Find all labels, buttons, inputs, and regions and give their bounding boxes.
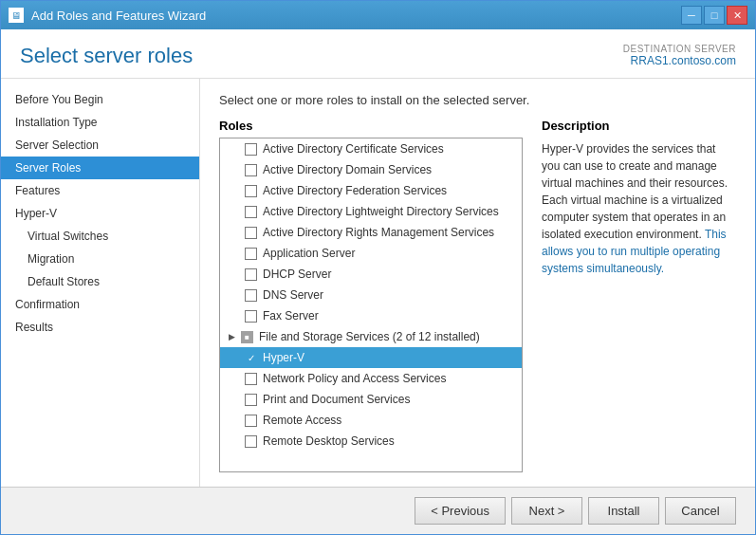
role-label-adcs: Active Directory Certificate Services [263,142,444,156]
sidebar-item-results[interactable]: Results [1,316,199,339]
next-button[interactable]: Next > [511,497,582,525]
roles-list-container: Roles Active Directory Certificate Servi… [219,119,523,472]
checkbox-fax[interactable] [245,310,257,323]
role-item-print-doc[interactable]: Print and Document Services [220,389,522,410]
role-label-adds: Active Directory Domain Services [263,163,432,176]
title-bar-controls: ─ □ ✕ [681,6,747,25]
description-panel: Description Hyper-V provides the service… [542,119,736,472]
role-item-adds[interactable]: Active Directory Domain Services [220,159,522,180]
role-label-fax: Fax Server [263,309,319,323]
footer: < Previous Next > Install Cancel [1,487,755,534]
role-label-npas: Network Policy and Access Services [263,372,446,385]
page-title: Select server roles [20,44,193,68]
role-item-app-server[interactable]: Application Server [220,243,522,264]
role-item-adcs[interactable]: Active Directory Certificate Services [220,138,522,159]
checkbox-dns[interactable] [245,289,257,302]
checkbox-adcs[interactable] [245,143,257,156]
instruction-text: Select one or more roles to install on t… [219,93,736,107]
checkbox-print-doc[interactable] [245,394,257,406]
checkbox-adds[interactable] [245,164,257,176]
role-label-print-doc: Print and Document Services [263,393,410,406]
description-text: Hyper-V provides the services that you c… [542,140,736,277]
roles-section: Roles Active Directory Certificate Servi… [219,119,736,472]
destination-label: DESTINATION SERVER [623,44,736,54]
sidebar-item-confirmation[interactable]: Confirmation [1,293,199,316]
destination-name: RRAS1.contoso.com [623,54,736,67]
role-item-file-storage[interactable]: ▶■File and Storage Services (2 of 12 ins… [220,326,522,347]
window-icon: 🖥 [9,8,24,23]
sidebar-item-default-stores[interactable]: Default Stores [1,270,199,293]
checkbox-adlds[interactable] [245,206,257,218]
checkbox-remote-access[interactable] [245,415,257,427]
role-label-adrms: Active Directory Rights Management Servi… [263,226,494,239]
role-item-remote-access[interactable]: Remote Access [220,410,522,431]
checkbox-npas[interactable] [245,373,257,385]
role-label-adfs: Active Directory Federation Services [263,184,447,197]
checkbox-rds[interactable] [245,435,257,448]
checkbox-hyper-v[interactable]: ✓ [245,352,257,364]
description-content: Hyper-V provides the services that you c… [542,142,728,241]
main-content: Select one or more roles to install on t… [200,79,755,487]
checkbox-app-server[interactable] [245,248,257,260]
sidebar-item-server-roles[interactable]: Server Roles [1,157,199,179]
checkbox-adrms[interactable] [245,227,257,239]
role-item-dns[interactable]: DNS Server [220,285,522,305]
sidebar-item-installation-type[interactable]: Installation Type [1,111,199,134]
sidebar-item-features[interactable]: Features [1,179,199,202]
sidebar-item-hyper-v[interactable]: Hyper-V [1,202,199,225]
title-bar: 🖥 Add Roles and Features Wizard ─ □ ✕ [1,1,755,29]
sidebar-item-migration[interactable]: Migration [1,248,199,270]
window-title: Add Roles and Features Wizard [31,9,206,23]
role-item-npas[interactable]: Network Policy and Access Services [220,368,522,389]
description-label: Description [542,119,736,133]
role-item-dhcp[interactable]: DHCP Server [220,264,522,285]
checkbox-file-storage[interactable]: ■ [241,331,253,343]
cancel-button[interactable]: Cancel [665,497,736,525]
destination-server-info: DESTINATION SERVER RRAS1.contoso.com [623,44,736,67]
role-item-hyper-v[interactable]: ✓Hyper-V [220,347,522,368]
role-label-adlds: Active Directory Lightweight Directory S… [263,205,499,218]
role-label-hyper-v: Hyper-V [263,351,304,364]
role-label-remote-access: Remote Access [263,414,341,427]
sidebar: Before You BeginInstallation TypeServer … [1,79,200,487]
roles-list[interactable]: Active Directory Certificate ServicesAct… [219,138,523,472]
roles-label: Roles [219,119,523,133]
maximize-button[interactable]: □ [704,6,725,25]
role-label-dns: DNS Server [263,288,323,302]
install-button[interactable]: Install [588,497,659,525]
previous-button[interactable]: < Previous [415,497,506,525]
role-label-app-server: Application Server [263,247,355,260]
sidebar-item-before-you-begin[interactable]: Before You Begin [1,88,199,111]
role-item-adfs[interactable]: Active Directory Federation Services [220,180,522,201]
main-window: 🖥 Add Roles and Features Wizard ─ □ ✕ Se… [0,0,756,535]
checkbox-adfs[interactable] [245,185,257,197]
checkbox-dhcp[interactable] [245,268,257,281]
role-item-fax[interactable]: Fax Server [220,305,522,326]
title-bar-left: 🖥 Add Roles and Features Wizard [9,8,206,23]
expand-arrow-file-storage[interactable]: ▶ [224,329,239,344]
role-label-rds: Remote Desktop Services [263,434,395,448]
minimize-button[interactable]: ─ [681,6,702,25]
role-label-file-storage: File and Storage Services (2 of 12 insta… [259,330,480,343]
close-button[interactable]: ✕ [727,6,747,25]
sidebar-item-server-selection[interactable]: Server Selection [1,134,199,157]
role-item-adrms[interactable]: Active Directory Rights Management Servi… [220,222,522,243]
sidebar-item-virtual-switches[interactable]: Virtual Switches [1,225,199,248]
content-area: Select server roles DESTINATION SERVER R… [1,29,755,534]
role-item-rds[interactable]: Remote Desktop Services [220,431,522,452]
role-label-dhcp: DHCP Server [263,268,331,281]
main-area: Before You BeginInstallation TypeServer … [1,79,755,487]
header-area: Select server roles DESTINATION SERVER R… [1,29,755,79]
role-item-adlds[interactable]: Active Directory Lightweight Directory S… [220,201,522,222]
